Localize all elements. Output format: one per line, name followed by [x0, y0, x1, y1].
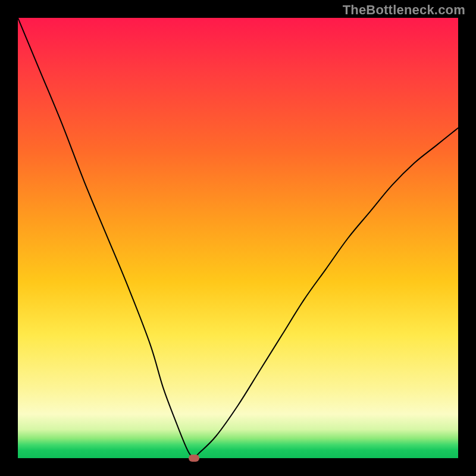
plot-area: [18, 18, 458, 458]
chart-frame: TheBottleneck.com: [0, 0, 476, 476]
bottleneck-curve: [18, 18, 458, 458]
watermark-text: TheBottleneck.com: [343, 2, 465, 18]
optimal-marker: [189, 455, 199, 462]
